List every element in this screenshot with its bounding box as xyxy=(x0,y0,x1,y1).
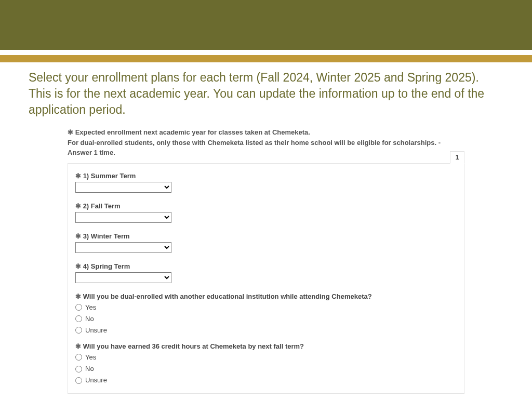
spring-term-label: ✱ 4) Spring Term xyxy=(75,262,457,270)
panel-tab[interactable]: 1 xyxy=(450,151,464,164)
dual-option-yes[interactable]: Yes xyxy=(75,302,457,313)
required-star-icon: ✱ xyxy=(75,232,83,240)
dual-radio-yes[interactable] xyxy=(75,304,82,311)
credits-option-unsure[interactable]: Unsure xyxy=(75,375,457,386)
required-star-icon: ✱ xyxy=(75,262,83,270)
header-gap xyxy=(0,50,532,55)
heading-line2: For dual-enrolled students, only those w… xyxy=(68,139,441,157)
form-container: ✱ Expected enrollment next academic year… xyxy=(68,127,464,394)
required-star-icon: ✱ xyxy=(75,172,83,180)
dual-radio-unsure[interactable] xyxy=(75,327,82,334)
dual-radio-no[interactable] xyxy=(75,315,82,322)
required-star-icon: ✱ xyxy=(75,342,83,350)
spring-term-select[interactable] xyxy=(75,272,171,283)
dual-enrolled-question: ✱ Will you be dual-enrolled with another… xyxy=(75,292,457,300)
credits-radio-group: Yes No Unsure xyxy=(75,352,457,386)
dual-option-unsure[interactable]: Unsure xyxy=(75,325,457,336)
header-gold-bar xyxy=(0,55,532,62)
summer-term-select[interactable] xyxy=(75,182,171,193)
winter-term-select[interactable] xyxy=(75,242,171,253)
required-star-icon: ✱ xyxy=(75,292,83,300)
winter-term-label: ✱ 3) Winter Term xyxy=(75,232,457,240)
credits-option-no[interactable]: No xyxy=(75,363,457,375)
summer-term-label: ✱ 1) Summer Term xyxy=(75,172,457,180)
required-star-icon: ✱ xyxy=(68,128,75,136)
credits-question: ✱ Will you have earned 36 credit hours a… xyxy=(75,342,457,350)
dual-option-no[interactable]: No xyxy=(75,313,457,325)
credits-radio-yes[interactable] xyxy=(75,354,82,361)
fall-term-select[interactable] xyxy=(75,212,171,223)
dual-enrolled-radio-group: Yes No Unsure xyxy=(75,302,457,336)
fall-term-label: ✱ 2) Fall Term xyxy=(75,202,457,210)
header-olive-bar xyxy=(0,0,532,50)
required-star-icon: ✱ xyxy=(75,202,83,210)
heading-line1: Expected enrollment next academic year f… xyxy=(75,128,310,136)
credits-radio-no[interactable] xyxy=(75,366,82,373)
form-heading: ✱ Expected enrollment next academic year… xyxy=(68,127,464,158)
credits-option-yes[interactable]: Yes xyxy=(75,352,457,363)
questions-panel: 1 ✱ 1) Summer Term ✱ 2) Fall Term ✱ 3) W… xyxy=(68,163,464,394)
intro-text: Select your enrollment plans for each te… xyxy=(0,62,532,127)
credits-radio-unsure[interactable] xyxy=(75,377,82,384)
